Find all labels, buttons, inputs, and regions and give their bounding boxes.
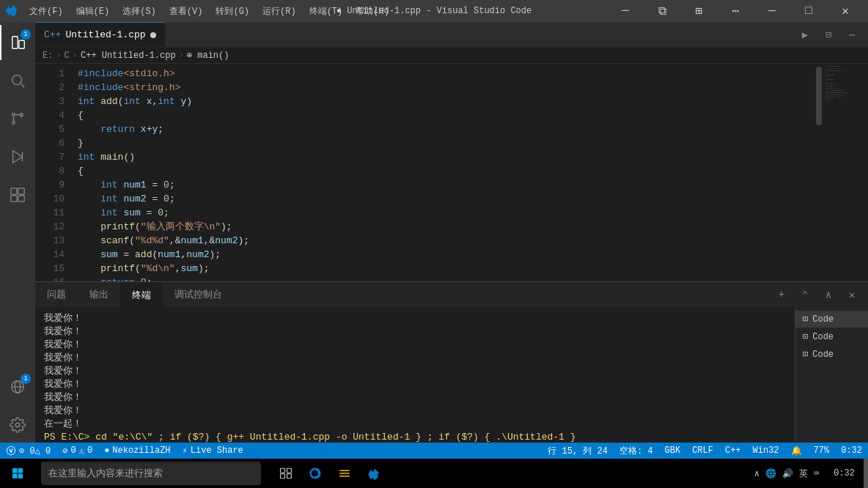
status-position[interactable]: 行 15, 列 24 <box>542 443 614 459</box>
status-remote-label: ⊙ 0△ 0 <box>19 446 51 456</box>
activity-icon-explorer[interactable]: 1 <box>0 25 35 60</box>
menu-item-g[interactable]: 转到(G) <box>210 4 255 19</box>
window-restore-btn2[interactable]: □ <box>792 0 825 22</box>
tray-network[interactable]: 🌐 <box>765 468 776 479</box>
clock-time: 0:32 <box>834 468 855 478</box>
activity-icon-run[interactable] <box>0 139 35 174</box>
window-more-button[interactable]: ⋯ <box>718 0 752 22</box>
minimap-content: #include<stdio.h> #include<string.h> int… <box>824 64 868 281</box>
edge-button[interactable] <box>302 459 328 488</box>
terminal-icon-3: ⊡ <box>803 349 808 360</box>
run-button[interactable]: ▶ <box>795 24 815 45</box>
tray-volume[interactable]: 🔊 <box>782 468 793 479</box>
breadcrumb-drive[interactable]: E: <box>43 51 53 61</box>
menu-item-s[interactable]: 选择(S) <box>117 4 162 19</box>
status-notification[interactable]: 🔔 <box>785 443 808 459</box>
terminal-label-3: Code <box>812 350 834 360</box>
terminal-line-2: 我爱你！ <box>44 325 786 339</box>
terminal-line-5: 我爱你！ <box>44 365 786 378</box>
code-line-14: sum = add(num1,num2); <box>72 248 814 262</box>
code-line-6: } <box>72 136 814 150</box>
panel-tab-debug[interactable]: 调试控制台 <box>163 282 234 307</box>
terminal-line-7: 我爱你！ <box>44 391 786 404</box>
activity-icon-search[interactable] <box>0 63 35 98</box>
panel-tab-output[interactable]: 输出 <box>78 282 120 307</box>
panel-tab-terminal[interactable]: 终端 <box>120 282 163 307</box>
svg-rect-23 <box>287 468 292 473</box>
breadcrumb-file[interactable]: C++ Untitled-1.cpp <box>81 51 176 61</box>
tray-chevron[interactable]: ∧ <box>754 468 760 479</box>
panel-tab-problems[interactable]: 问题 <box>35 282 78 307</box>
tray-lang-en[interactable]: 英 <box>799 467 808 480</box>
tray-lang-input[interactable]: ⌨ <box>814 468 819 479</box>
scrollbar-thumb[interactable] <box>816 67 822 125</box>
status-spaces[interactable]: 空格: 4 <box>614 443 659 459</box>
svg-rect-21 <box>18 474 23 479</box>
menu-item-f[interactable]: 文件(F) <box>23 4 69 19</box>
panel-add-button[interactable]: + <box>771 284 792 305</box>
status-user[interactable]: ● NekozillaZH <box>98 443 176 459</box>
menu-item-v[interactable]: 查看(V) <box>163 4 209 19</box>
window-layout-button[interactable]: ⊞ <box>682 0 716 22</box>
edge-icon <box>309 467 322 480</box>
menu-item-r[interactable]: 运行(R) <box>257 4 302 19</box>
terminal-icon-2: ⊡ <box>803 331 808 342</box>
activity-badge: 1 <box>21 29 31 40</box>
start-button[interactable] <box>0 459 35 488</box>
activity-icon-settings[interactable] <box>0 407 35 443</box>
bottom-panel: 问题 输出 终端 调试控制台 + ⌃ ∧ ✕ 我爱你！ 我爱你！ 我爱你！ 我爱… <box>35 281 868 443</box>
status-time[interactable]: 0:32 <box>835 443 868 459</box>
clock[interactable]: 0:32 <box>825 459 864 488</box>
split-editor-button[interactable]: ⊟ <box>818 24 839 45</box>
window-restore-button[interactable]: ⧉ <box>645 0 679 22</box>
code-line-1: #include<stdio.h> <box>72 67 814 81</box>
status-errors[interactable]: ⊘ 0 ⚠ 0 <box>56 443 98 459</box>
window-minimize-button[interactable]: ─ <box>608 0 642 22</box>
panel-close-button[interactable]: ✕ <box>842 284 862 305</box>
terminal-area[interactable]: 我爱你！ 我爱你！ 我爱你！ 我爱你！ 我爱你！ 我爱你！ 我爱你！ 我爱你！ … <box>35 308 795 443</box>
status-remote-button[interactable]: ⊙ 0△ 0 <box>0 443 56 459</box>
terminal-instance-2[interactable]: ⊡ Code <box>795 328 868 345</box>
status-language[interactable]: C++ <box>719 443 747 459</box>
titlebar: 文件(F)编辑(E)选择(S)查看(V)转到(G)运行(R)终端(T)帮助(H)… <box>0 0 868 22</box>
show-desktop-button[interactable] <box>864 459 868 488</box>
menu-item-e[interactable]: 编辑(E) <box>70 4 116 19</box>
window-minimize-btn2[interactable]: — <box>755 0 789 22</box>
panel-maximize-button[interactable]: ∧ <box>818 284 839 305</box>
tab-cpp-icon: C++ <box>44 29 61 40</box>
panel-split-button[interactable]: ⌃ <box>795 284 815 305</box>
activity-icon-extensions[interactable] <box>0 177 35 212</box>
activity-icon-remote[interactable]: 1 <box>0 369 35 404</box>
task-view-button[interactable] <box>273 459 299 488</box>
vscode-taskbar-button[interactable] <box>361 459 387 488</box>
window-close-button[interactable]: ✕ <box>828 0 862 22</box>
breadcrumb-fn[interactable]: ⊕ main() <box>187 50 229 61</box>
editor-tab-untitled[interactable]: C++ Untitled-1.cpp <box>35 22 166 47</box>
error-count: 0 <box>71 446 76 456</box>
terminal-instance-3[interactable]: ⊡ Code <box>795 346 868 363</box>
code-line-3: int add(int x,int y) <box>72 95 814 108</box>
status-encoding[interactable]: GBK <box>659 443 687 459</box>
terminal-instance-1[interactable]: ⊡ Code <box>795 311 868 328</box>
more-button[interactable]: ⋯ <box>842 24 862 45</box>
taskbar-search[interactable]: 在这里输入内容来进行搜索 <box>41 462 261 485</box>
code-content[interactable]: #include<stdio.h> #include<string.h> int… <box>72 64 814 281</box>
user-icon: ● <box>104 446 109 456</box>
breadcrumb-c[interactable]: C <box>65 51 70 61</box>
svg-point-2 <box>12 75 22 85</box>
explorer-app-button[interactable] <box>331 459 358 488</box>
explorer-app-icon <box>338 467 351 480</box>
editor-scrollbar[interactable] <box>814 64 824 281</box>
status-eol[interactable]: CRLF <box>686 443 719 459</box>
taskbar-icons <box>267 459 393 488</box>
status-bar: ⊙ 0△ 0 ⊘ 0 ⚠ 0 ● NekozillaZH ⚡ Live Shar… <box>0 443 868 459</box>
terminal-label-2: Code <box>812 332 834 342</box>
status-percent[interactable]: 77% <box>808 443 836 459</box>
status-liveshare[interactable]: ⚡ Live Share <box>177 443 249 459</box>
editor-area: C++ Untitled-1.cpp ▶ ⊟ ⋯ E: › C › C++ Un… <box>35 22 868 443</box>
status-platform[interactable]: Win32 <box>747 443 785 459</box>
activity-icon-git[interactable] <box>0 101 35 136</box>
code-line-8: { <box>72 164 814 178</box>
svg-rect-10 <box>11 188 17 194</box>
svg-rect-13 <box>18 196 24 202</box>
